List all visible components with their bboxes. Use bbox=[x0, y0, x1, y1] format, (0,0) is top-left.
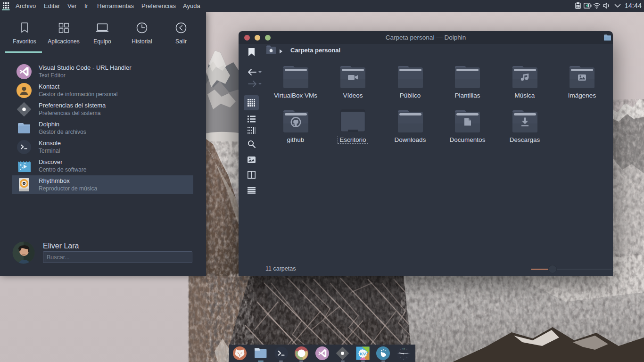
svg-text:12: 12 bbox=[402, 348, 405, 351]
svg-text:KV: KV bbox=[360, 351, 366, 356]
